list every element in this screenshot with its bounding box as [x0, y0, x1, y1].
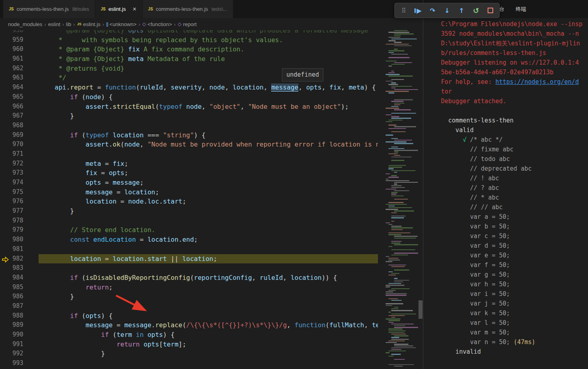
debug-step-over-button[interactable]: ↷ — [426, 5, 439, 16]
code-line-968[interactable]: 968 — [0, 121, 378, 130]
line-number[interactable]: 992 — [0, 349, 23, 359]
code-line-982[interactable]: 982 location = location.start || locatio… — [0, 254, 378, 264]
code-line-977[interactable]: 977 } — [0, 206, 378, 216]
line-number[interactable]: 973 — [0, 168, 23, 178]
code-line-981[interactable]: 981 — [0, 245, 378, 254]
line-number[interactable]: 963 — [0, 73, 23, 83]
code-line-986[interactable]: 986 } — [0, 292, 378, 302]
line-number[interactable]: 988 — [0, 311, 23, 321]
breadcrumb-item[interactable]: ◇report — [178, 21, 196, 27]
code-line-958[interactable]: 958 * @param {Object} opts Optional temp… — [0, 30, 378, 35]
code-text: * with symbols being replaced by this ob… — [55, 35, 283, 45]
line-number[interactable]: 979 — [0, 225, 23, 235]
code-line-976[interactable]: 976 location = node.loc.start; — [0, 197, 378, 206]
code-line-978[interactable]: 978 — [0, 216, 378, 226]
line-number[interactable]: 969 — [0, 130, 23, 140]
code-line-990[interactable]: 990 if (term in opts) { — [0, 330, 378, 340]
code-line-973[interactable]: 973 fix = opts; — [0, 168, 378, 178]
line-number[interactable]: 980 — [0, 235, 23, 245]
editor-scrollbar[interactable] — [418, 30, 423, 369]
tab-close-icon[interactable]: × — [133, 6, 136, 13]
line-number[interactable]: 975 — [0, 188, 23, 197]
line-number[interactable]: 972 — [0, 159, 23, 169]
line-number[interactable]: 987 — [0, 302, 23, 311]
code-line-975[interactable]: 975 message = location; — [0, 188, 378, 197]
terminal-output[interactable]: C:\Program Files\nodejs\node.exe --insp3… — [423, 19, 588, 357]
code-line-984[interactable]: 984 if (isDisabledByReportingConfig(repo… — [0, 273, 378, 283]
debug-toolbar-grip[interactable]: ⠿ — [397, 5, 410, 16]
terminal-text: var c = 50; — [441, 232, 510, 240]
line-number[interactable]: 976 — [0, 197, 23, 206]
tab-detail: tests\... — [212, 6, 227, 12]
line-number[interactable]: 967 — [0, 111, 23, 121]
debug-step-out-button[interactable]: ↑ — [455, 5, 468, 16]
line-number[interactable]: 991 — [0, 340, 23, 349]
code-line-987[interactable]: 987 — [0, 302, 378, 311]
line-number[interactable]: 968 — [0, 121, 23, 130]
code-line-979[interactable]: 979 // Store end location. — [0, 225, 378, 235]
code-line-966[interactable]: 966 assert.strictEqual(typeof node, "obj… — [0, 102, 378, 112]
line-number[interactable]: 964 — [0, 83, 23, 92]
debug-restart-button[interactable]: ↺ — [469, 5, 483, 16]
code-line-970[interactable]: 970 assert.ok(node, "Node must be provid… — [0, 140, 378, 149]
code-line-965[interactable]: 965 if (node) { — [0, 92, 378, 102]
breadcrumb-item[interactable]: JSeslint.js — [77, 21, 100, 27]
breadcrumb-item[interactable]: ◇<function> — [142, 21, 172, 27]
debug-continue-button[interactable]: ▶ — [411, 5, 425, 16]
code-line-961[interactable]: 961 * @param {Object} meta Metadata of t… — [0, 54, 378, 64]
code-token: opts — [109, 169, 125, 177]
line-number[interactable]: 983 — [0, 263, 23, 273]
code-line-985[interactable]: 985 return; — [0, 283, 378, 292]
line-number[interactable]: 958 — [0, 30, 23, 35]
code-line-972[interactable]: 972 meta = fix; — [0, 159, 378, 169]
debug-stop-button[interactable] — [484, 5, 497, 16]
editor-scrollbar-thumb[interactable] — [419, 300, 423, 319]
line-number[interactable]: 961 — [0, 54, 23, 64]
minimap[interactable] — [384, 30, 418, 369]
breadcrumb-item[interactable]: lib — [66, 21, 71, 27]
code-line-969[interactable]: 969 if (typeof location === "string") { — [0, 130, 378, 140]
terminal-link[interactable]: https://nodejs.org/en/d — [495, 78, 579, 86]
line-number[interactable]: 984 — [0, 273, 23, 283]
editor-tab[interactable]: JSeslint.js× — [95, 0, 142, 18]
line-number[interactable]: 985 — [0, 283, 23, 292]
line-number[interactable]: 977 — [0, 206, 23, 216]
code-line-992[interactable]: 992 } — [0, 349, 378, 359]
line-number[interactable]: 981 — [0, 245, 23, 254]
line-number[interactable]: 970 — [0, 140, 23, 149]
code-line-993[interactable]: 993 — [0, 359, 378, 368]
panel-tab[interactable]: 终端 — [516, 6, 526, 13]
minimap-mark — [386, 303, 403, 304]
editor-tab[interactable]: JScomments-less-then.jslib\rules — [3, 0, 95, 18]
code-line-967[interactable]: 967 } — [0, 111, 378, 121]
line-number[interactable]: 960 — [0, 45, 23, 54]
line-number[interactable]: 974 — [0, 178, 23, 188]
breadcrumb-item[interactable]: []<unknown> — [106, 21, 136, 27]
line-number[interactable]: 962 — [0, 64, 23, 73]
code-line-991[interactable]: 991 return opts[term]; — [0, 340, 378, 349]
line-number[interactable]: 990 — [0, 330, 23, 340]
breadcrumb-item[interactable]: eslint — [48, 21, 60, 27]
code-line-974[interactable]: 974 opts = message; — [0, 178, 378, 188]
line-number[interactable]: 966 — [0, 102, 23, 112]
debug-step-into-button[interactable]: ↓ — [440, 5, 454, 16]
line-number[interactable]: 986 — [0, 292, 23, 302]
line-number[interactable]: 978 — [0, 216, 23, 226]
code-line-960[interactable]: 960 * @param {Object} fix A fix command … — [0, 45, 378, 54]
line-number[interactable]: 965 — [0, 92, 23, 102]
minimap-mark — [386, 292, 393, 292]
code-line-959[interactable]: 959 * with symbols being replaced by thi… — [0, 35, 378, 45]
code-line-980[interactable]: 980 const endLocation = location.end; — [0, 235, 378, 245]
editor-tab[interactable]: JScomments-less-then.jstests\... — [143, 0, 233, 18]
code-token — [55, 198, 86, 205]
code-line-989[interactable]: 989 message = message.replace(/\{\{\s*([… — [0, 320, 378, 330]
code-line-964[interactable]: 964api.report = function(ruleId, severit… — [0, 83, 378, 92]
code-line-983[interactable]: 983 — [0, 263, 378, 273]
line-number[interactable]: 959 — [0, 35, 23, 45]
code-line-971[interactable]: 971 — [0, 149, 378, 159]
code-line-988[interactable]: 988 if (opts) { — [0, 311, 378, 321]
breadcrumb-item[interactable]: node_modules — [8, 21, 42, 27]
line-number[interactable]: 993 — [0, 359, 23, 368]
line-number[interactable]: 989 — [0, 320, 23, 330]
line-number[interactable]: 971 — [0, 149, 23, 159]
